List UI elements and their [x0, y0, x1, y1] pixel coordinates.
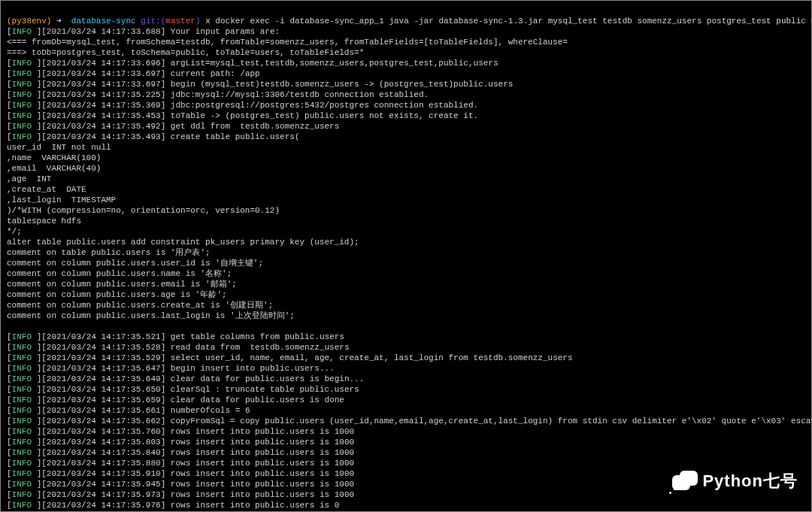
watermark-text: Python七号 — [702, 476, 798, 486]
terminal-output[interactable]: (py38env) ➜ database-sync git:(master) x… — [7, 5, 805, 512]
log-line: [INFO ][2021/03/24 14:17:35.492] get ddl… — [7, 122, 339, 131]
log-line: [INFO ][2021/03/24 14:17:35.910] rows in… — [7, 469, 354, 478]
log-line: user_id INT not null — [7, 143, 111, 152]
log-line: comment on column public.users.name is '… — [7, 269, 232, 278]
prompt-arrow: ➜ — [56, 17, 62, 26]
log-line: )/*WITH (compression=no, orientation=orc… — [7, 206, 280, 215]
log-line: [INFO ][2021/03/24 14:17:35.976] rows in… — [7, 501, 339, 510]
log-line: [INFO ][2021/03/24 14:17:35.521] get tab… — [7, 332, 344, 341]
log-line: [INFO ][2021/03/24 14:17:35.760] rows in… — [7, 427, 354, 436]
log-line: [INFO ][2021/03/24 14:17:35.661] numberO… — [7, 406, 250, 415]
log-line: comment on column public.users.user_id i… — [7, 259, 263, 268]
log-line: [INFO ][2021/03/24 14:17:33.696] argList… — [7, 59, 498, 68]
wechat-icon — [672, 471, 698, 492]
log-line: [INFO ][2021/03/24 14:17:35.493] create … — [7, 132, 300, 141]
log-line: [INFO ][2021/03/24 14:17:35.945] rows in… — [7, 480, 354, 489]
log-line: comment on table public.users is '用户表'; — [7, 248, 211, 257]
log-line: ,last_login TIMESTAMP — [7, 195, 116, 204]
log-line: tablespace hdfs — [7, 217, 81, 226]
log-line: ,name VARCHAR(100) — [7, 153, 101, 162]
log-line: [INFO ][2021/03/24 14:17:35.369] jdbc:po… — [7, 101, 478, 110]
env-name: (py38env) — [7, 17, 51, 26]
working-dir: database-sync — [71, 17, 136, 26]
log-line: comment on column public.users.age is '年… — [7, 290, 227, 299]
log-line: ,age INT — [7, 174, 51, 183]
log-line: [INFO ][2021/03/24 14:17:35.662] copyFro… — [7, 417, 812, 426]
log-line: comment on column public.users.last_logi… — [7, 311, 295, 320]
log-line: [INFO ][2021/03/24 14:17:35.529] select … — [7, 353, 573, 362]
prompt-line: (py38env) ➜ database-sync git:(master) x… — [7, 17, 812, 26]
log-line: [INFO ][2021/03/24 14:17:35.647] begin i… — [7, 364, 335, 373]
log-line: [INFO ][2021/03/24 14:17:35.659] clear d… — [7, 395, 344, 404]
log-line: [INFO ][2021/03/24 14:17:33.697] begin (… — [7, 80, 513, 89]
log-line: <=== fromDb=mysql_test, fromSchema=testd… — [7, 38, 568, 47]
log-line: [INFO ][2021/03/24 14:17:35.528] read da… — [7, 343, 350, 352]
log-line: [INFO ][2021/03/24 14:17:33.697] current… — [7, 69, 260, 78]
log-line: [INFO ][2021/03/24 14:17:35.453] toTable… — [7, 111, 478, 120]
log-line: [INFO ][2021/03/24 14:17:35.649] clear d… — [7, 374, 364, 383]
log-line: alter table public.users add constraint … — [7, 238, 359, 247]
git-branch: master — [165, 17, 195, 26]
log-line: [INFO ][2021/03/24 14:17:35.650] clearSq… — [7, 385, 359, 394]
git-open: git:( — [141, 17, 165, 26]
log-line: [INFO ][2021/03/24 14:17:33.688] Your in… — [7, 27, 280, 36]
log-line: [INFO ][2021/03/24 14:17:35.225] jdbc:my… — [7, 90, 429, 99]
log-line: [INFO ][2021/03/24 14:17:35.880] rows in… — [7, 459, 354, 468]
log-line: [INFO ][2021/03/24 14:17:35.803] rows in… — [7, 438, 354, 447]
log-line: comment on column public.users.email is … — [7, 280, 237, 289]
log-line: ===> toDb=postgres_test, toSchema=public… — [7, 48, 364, 57]
log-line: comment on column public.users.create_at… — [7, 301, 273, 310]
log-line: */; — [7, 227, 22, 236]
log-line: [INFO ][2021/03/24 14:17:35.840] rows in… — [7, 448, 354, 457]
watermark: Python七号 — [672, 471, 798, 492]
status-x: x — [205, 17, 211, 26]
log-line: ,email VARCHAR(40) — [7, 164, 101, 173]
command-text: docker exec -i database-sync_app_1 java … — [215, 17, 812, 26]
git-close: ) — [195, 17, 201, 26]
log-line: [INFO ][2021/03/24 14:17:35.973] rows in… — [7, 490, 354, 499]
terminal-window[interactable]: (py38env) ➜ database-sync git:(master) x… — [0, 0, 812, 512]
log-line: ,create_at DATE — [7, 185, 86, 194]
